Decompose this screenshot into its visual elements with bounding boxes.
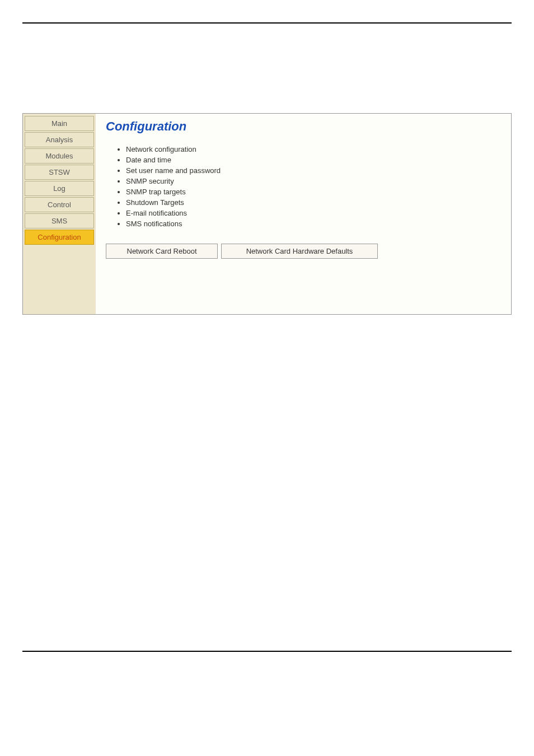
network-card-hardware-defaults-button[interactable]: Network Card Hardware Defaults	[221, 244, 378, 259]
link-set-user-name-and-password[interactable]: Set user name and password	[126, 165, 501, 176]
content-area: Configuration Network configuration Date…	[96, 114, 511, 314]
sidebar-item-main[interactable]: Main	[25, 116, 94, 131]
link-date-and-time[interactable]: Date and time	[126, 155, 501, 165]
sidebar-item-control[interactable]: Control	[25, 197, 94, 212]
sidebar-item-modules[interactable]: Modules	[25, 148, 94, 164]
link-network-configuration[interactable]: Network configuration	[126, 144, 501, 155]
sidebar-item-sms[interactable]: SMS	[25, 213, 94, 228]
sidebar-item-analysis[interactable]: Analysis	[25, 132, 94, 147]
top-rule	[22, 22, 512, 24]
network-card-reboot-button[interactable]: Network Card Reboot	[106, 244, 218, 259]
link-shutdown-targets[interactable]: Shutdown Targets	[126, 197, 501, 208]
link-snmp-security[interactable]: SNMP security	[126, 176, 501, 186]
sidebar-item-configuration[interactable]: Configuration	[25, 230, 94, 245]
sidebar-item-stsw[interactable]: STSW	[25, 165, 94, 180]
link-email-notifications[interactable]: E-mail notifications	[126, 208, 501, 218]
action-buttons: Network Card Reboot Network Card Hardwar…	[106, 244, 501, 259]
bottom-rule	[22, 651, 512, 652]
config-links-list: Network configuration Date and time Set …	[126, 144, 501, 229]
page-title: Configuration	[106, 119, 501, 134]
sidebar: Main Analysis Modules STSW Log Control S…	[23, 114, 96, 314]
link-sms-notifications[interactable]: SMS notifications	[126, 218, 501, 229]
link-snmp-trap-targets[interactable]: SNMP trap targets	[126, 186, 501, 197]
page-container: Main Analysis Modules STSW Log Control S…	[0, 0, 534, 674]
sidebar-item-log[interactable]: Log	[25, 181, 94, 196]
app-panel: Main Analysis Modules STSW Log Control S…	[22, 113, 512, 315]
